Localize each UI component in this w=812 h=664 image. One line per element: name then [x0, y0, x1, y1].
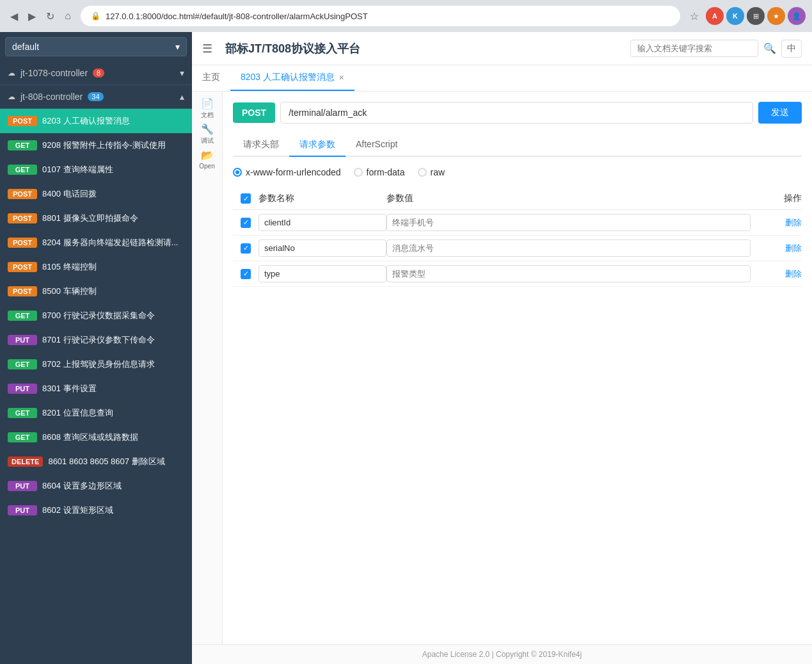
- group-icon-1078: ☁: [8, 69, 15, 77]
- footer: Apache License 2.0 | Copyright © 2019-Kn…: [192, 644, 812, 664]
- extension-icon2[interactable]: K: [726, 7, 744, 25]
- extension-icon4[interactable]: ★: [767, 7, 785, 25]
- sidebar-group-header-808[interactable]: ☁ jt-808-controller 34 ▴: [0, 85, 192, 108]
- param-row-0: 删除: [233, 210, 802, 236]
- open-button[interactable]: 📂 Open: [196, 148, 219, 171]
- sidebar-select[interactable]: default ▾: [5, 37, 187, 56]
- sidebar-item-15[interactable]: PUT 8604 设置多边形区域: [0, 474, 192, 498]
- debug-button[interactable]: 🔧 调试: [196, 122, 219, 145]
- sidebar-group-header-1078[interactable]: ☁ jt-1078-controller 8 ▾: [0, 61, 192, 85]
- sidebar-item-8[interactable]: GET 8700 行驶记录仪数据采集命令: [0, 304, 192, 328]
- doc-button[interactable]: 📄 文档: [196, 97, 219, 120]
- param-check-0: [233, 218, 259, 228]
- param-checkbox-1[interactable]: [241, 243, 251, 254]
- address-bar[interactable]: 🔒 127.0.0.1:8000/doc.html#/default/jt-80…: [81, 6, 680, 26]
- endpoint-input[interactable]: [280, 102, 753, 124]
- forward-button[interactable]: ▶: [24, 8, 40, 24]
- tab-afterscript[interactable]: AfterScript: [346, 134, 408, 157]
- back-button[interactable]: ◀: [6, 8, 22, 24]
- sidebar-item-6[interactable]: POST 8105 终端控制: [0, 255, 192, 279]
- radio-formdata[interactable]: form-data: [354, 167, 405, 177]
- sidebar-item-name-3: 8400 电话回拨: [42, 188, 184, 200]
- param-value-input-1[interactable]: [386, 239, 751, 257]
- sidebar-group-1078: ☁ jt-1078-controller 8 ▾: [0, 61, 192, 85]
- sidebar-item-16[interactable]: PUT 8602 设置矩形区域: [0, 498, 192, 522]
- radio-urlencoded[interactable]: x-www-form-urlencoded: [233, 167, 341, 177]
- param-value-input-2[interactable]: [386, 265, 751, 282]
- sidebar-item-1[interactable]: GET 9208 报警附件上传指令-测试使用: [0, 133, 192, 158]
- sidebar-item-name-5: 8204 服务器向终端发起链路检测请...: [42, 237, 184, 248]
- sidebar-item-name-1: 9208 报警附件上传指令-测试使用: [42, 140, 184, 151]
- menu-icon[interactable]: ☰: [202, 42, 212, 56]
- group-label-1078: jt-1078-controller: [20, 68, 88, 78]
- param-value-col-0: [386, 214, 751, 231]
- request-tabs: 请求头部 请求参数 AfterScript: [233, 134, 802, 157]
- sidebar-item-name-13: 8608 查询区域或线路数据: [42, 432, 184, 443]
- sidebar-item-11[interactable]: PUT 8301 事件设置: [0, 377, 192, 401]
- extension-icon1[interactable]: A: [706, 7, 724, 25]
- extension-icon3[interactable]: ⊞: [747, 7, 765, 25]
- method-badge-6: POST: [8, 262, 37, 272]
- debug-icon: 🔧: [201, 123, 214, 135]
- endpoint-bar: POST 发送: [233, 102, 802, 124]
- param-value-input-0[interactable]: [386, 214, 751, 231]
- main: ☰ 部标JT/T808协议接入平台 🔍 中 主页 8203 人工确认报警消息 ✕: [192, 32, 812, 664]
- sidebar-item-name-2: 0107 查询终端属性: [42, 164, 184, 175]
- browser-actions: ☆ A K ⊞ ★ 👤: [685, 7, 806, 25]
- topbar: ☰ 部标JT/T808协议接入平台 🔍 中: [192, 32, 812, 65]
- param-name-input-0[interactable]: [259, 214, 386, 231]
- header-col-name: 参数名称: [259, 193, 386, 204]
- sidebar-group-808: ☁ jt-808-controller 34 ▴: [0, 85, 192, 109]
- param-name-col-0: [259, 214, 386, 231]
- method-badge-14: DELETE: [8, 457, 43, 467]
- header-checkbox[interactable]: [241, 193, 251, 204]
- refresh-button[interactable]: ↻: [42, 8, 58, 24]
- expand-icon-1078: ▾: [180, 68, 184, 78]
- sidebar-select-value: default: [12, 42, 39, 52]
- tab-request-params[interactable]: 请求参数: [289, 134, 346, 157]
- tab-request-header[interactable]: 请求头部: [233, 134, 289, 157]
- radio-urlencoded-circle: [233, 168, 242, 177]
- param-name-input-1[interactable]: [259, 239, 386, 257]
- param-delete-btn-1[interactable]: 删除: [785, 243, 802, 254]
- sidebar-item-13[interactable]: GET 8608 查询区域或线路数据: [0, 425, 192, 449]
- param-value-col-1: [386, 239, 751, 257]
- lock-icon: 🔒: [91, 12, 100, 20]
- radio-formdata-circle: [354, 168, 363, 177]
- sidebar-item-5[interactable]: POST 8204 服务器向终端发起链路检测请...: [0, 231, 192, 255]
- sidebar-item-name-11: 8301 事件设置: [42, 383, 184, 394]
- sidebar-item-7[interactable]: POST 8500 车辆控制: [0, 279, 192, 304]
- method-badge-11: PUT: [8, 384, 37, 394]
- param-checkbox-0[interactable]: [241, 218, 251, 228]
- sidebar-item-12[interactable]: GET 8201 位置信息查询: [0, 401, 192, 425]
- radio-raw-label: raw: [431, 167, 445, 177]
- param-name-input-2[interactable]: [259, 265, 386, 282]
- sidebar-item-10[interactable]: GET 8702 上报驾驶员身份信息请求: [0, 352, 192, 377]
- tab-alarm[interactable]: 8203 人工确认报警消息 ✕: [230, 65, 354, 91]
- home-button[interactable]: ⌂: [60, 8, 76, 24]
- header-col-action: 操作: [751, 193, 802, 204]
- param-delete-btn-0[interactable]: 删除: [785, 217, 802, 229]
- sidebar-item-2[interactable]: GET 0107 查询终端属性: [0, 158, 192, 182]
- url-text: 127.0.0.1:8000/doc.html#/default/jt-808-…: [106, 12, 670, 21]
- sidebar-item-3[interactable]: POST 8400 电话回拨: [0, 182, 192, 206]
- send-button[interactable]: 发送: [758, 102, 802, 124]
- sidebar-item-0[interactable]: POST 8203 人工确认报警消息: [0, 109, 192, 133]
- tab-home-label: 主页: [202, 72, 220, 83]
- content-main: POST 发送 请求头部 请求参数 AfterScript x-www-form…: [223, 92, 812, 644]
- search-input[interactable]: [630, 40, 758, 57]
- param-delete-btn-2[interactable]: 删除: [785, 268, 802, 280]
- sidebar-item-9[interactable]: PUT 8701 行驶记录仪参数下传命令: [0, 328, 192, 352]
- profile-icon[interactable]: 👤: [788, 7, 806, 25]
- sidebar-item-4[interactable]: POST 8801 摄像头立即拍摄命令: [0, 206, 192, 231]
- tab-home[interactable]: 主页: [192, 65, 230, 91]
- tab-close-icon[interactable]: ✕: [338, 74, 344, 82]
- sidebar: default ▾ ☁ jt-1078-controller 8 ▾ ☁ jt-…: [0, 32, 192, 664]
- radio-raw[interactable]: raw: [418, 167, 445, 177]
- param-checkbox-2[interactable]: [241, 269, 251, 279]
- search-icon[interactable]: 🔍: [763, 42, 776, 54]
- sidebar-item-14[interactable]: DELETE 8601 8603 8605 8607 删除区域: [0, 449, 192, 474]
- radio-formdata-label: form-data: [367, 167, 405, 177]
- bookmark-icon[interactable]: ☆: [685, 7, 703, 25]
- method-badge-1: GET: [8, 140, 37, 150]
